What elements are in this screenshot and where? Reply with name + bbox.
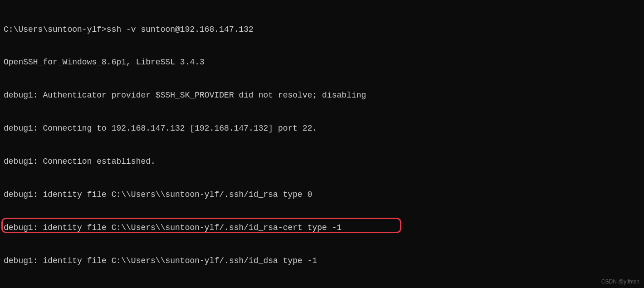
terminal-line: debug1: Connection established. [4, 156, 640, 167]
terminal-output[interactable]: C:\Users\suntoon-ylf>ssh -v suntoon@192.… [4, 2, 640, 288]
terminal-line: OpenSSH_for_Windows_8.6p1, LibreSSL 3.4.… [4, 57, 640, 68]
terminal-line: debug1: identity file C:\\Users\\suntoon… [4, 222, 640, 233]
terminal-line: debug1: identity file C:\\Users\\suntoon… [4, 189, 640, 200]
terminal-line: debug1: identity file C:\\Users\\suntoon… [4, 255, 640, 266]
terminal-line: debug1: Authenticator provider $SSH_SK_P… [4, 90, 640, 101]
watermark-text: CSDN @ylfmsn [601, 278, 639, 285]
terminal-line: C:\Users\suntoon-ylf>ssh -v suntoon@192.… [4, 24, 640, 35]
terminal-line: debug1: Connecting to 192.168.147.132 [1… [4, 123, 640, 134]
